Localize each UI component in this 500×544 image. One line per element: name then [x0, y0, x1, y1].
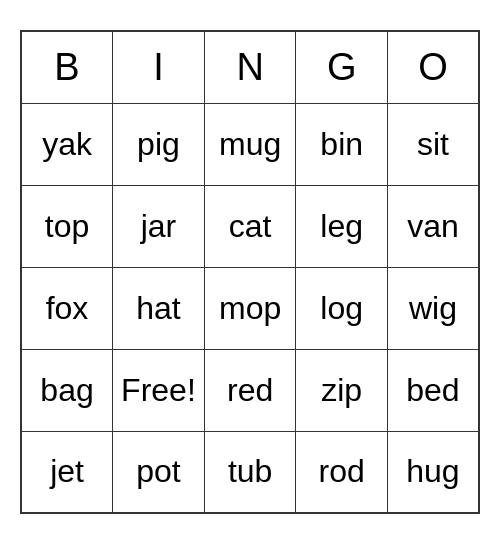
cell-r2-c2: mop [204, 267, 296, 349]
table-row-3: bagFree!redzipbed [21, 349, 479, 431]
cell-r2-c3: log [296, 267, 387, 349]
cell-r4-c3: rod [296, 431, 387, 513]
table-row-1: topjarcatlegvan [21, 185, 479, 267]
cell-r1-c2: cat [204, 185, 296, 267]
cell-r1-c1: jar [113, 185, 205, 267]
bingo-card: BINGO yakpigmugbinsittopjarcatlegvanfoxh… [20, 30, 480, 514]
cell-r3-c1: Free! [113, 349, 205, 431]
cell-r4-c2: tub [204, 431, 296, 513]
header-col-g: G [296, 31, 387, 103]
cell-r3-c3: zip [296, 349, 387, 431]
cell-r0-c3: bin [296, 103, 387, 185]
table-row-0: yakpigmugbinsit [21, 103, 479, 185]
cell-r1-c0: top [21, 185, 113, 267]
table-row-2: foxhatmoplogwig [21, 267, 479, 349]
cell-r0-c4: sit [387, 103, 479, 185]
cell-r0-c2: mug [204, 103, 296, 185]
cell-r3-c0: bag [21, 349, 113, 431]
cell-r0-c0: yak [21, 103, 113, 185]
header-col-n: N [204, 31, 296, 103]
cell-r3-c4: bed [387, 349, 479, 431]
header-col-i: I [113, 31, 205, 103]
header-col-b: B [21, 31, 113, 103]
cell-r2-c1: hat [113, 267, 205, 349]
cell-r2-c4: wig [387, 267, 479, 349]
cell-r2-c0: fox [21, 267, 113, 349]
cell-r0-c1: pig [113, 103, 205, 185]
header-row: BINGO [21, 31, 479, 103]
header-col-o: O [387, 31, 479, 103]
table-row-4: jetpottubrodhug [21, 431, 479, 513]
cell-r4-c1: pot [113, 431, 205, 513]
cell-r4-c4: hug [387, 431, 479, 513]
cell-r4-c0: jet [21, 431, 113, 513]
cell-r1-c4: van [387, 185, 479, 267]
cell-r3-c2: red [204, 349, 296, 431]
cell-r1-c3: leg [296, 185, 387, 267]
